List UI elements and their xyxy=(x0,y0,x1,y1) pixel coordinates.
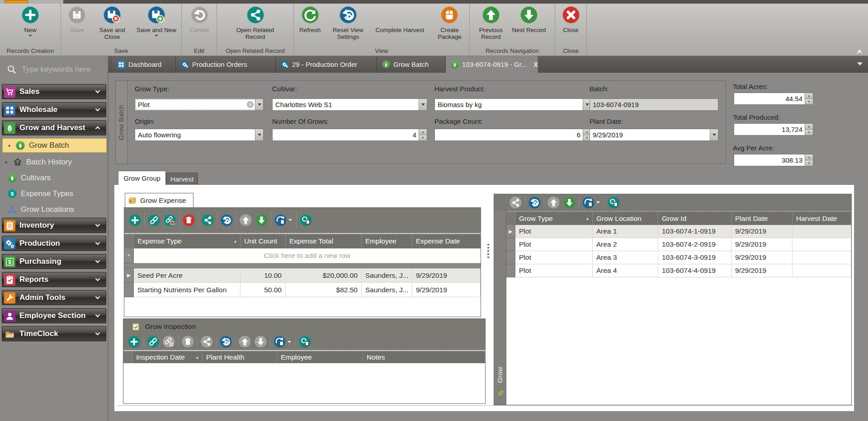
new-button[interactable]: New xyxy=(12,5,48,37)
share-button[interactable] xyxy=(202,214,214,226)
field-cultivar[interactable]: Charlottes Web S1 xyxy=(272,98,427,111)
arrow-up-button[interactable] xyxy=(240,214,252,226)
column-header-expense-type[interactable]: Expense Type▲ xyxy=(134,234,241,248)
column-header-inspection-date[interactable]: Inspection Date▲ xyxy=(132,351,203,363)
reset-view-settings-button[interactable]: Reset View Settings xyxy=(326,5,370,40)
sidebar-search-input[interactable]: Type keywords here xyxy=(0,62,108,77)
sidebar-item-grow-batch[interactable]: ▾Grow Batch xyxy=(2,138,107,153)
copy-button[interactable] xyxy=(274,336,286,348)
field-total-produced[interactable]: 13,724▲▼ xyxy=(734,123,813,136)
create-package-button[interactable]: Create Package xyxy=(430,5,469,40)
save-and-new-button[interactable]: Save and New xyxy=(133,5,180,40)
doc-tab-29-production-order[interactable]: 29 - Production Order xyxy=(276,56,377,73)
arrow-down-button[interactable] xyxy=(255,214,268,226)
field-package-count[interactable]: 6▲▼ xyxy=(434,129,591,141)
share-button[interactable] xyxy=(201,336,213,348)
cell[interactable]: Area 4 xyxy=(593,264,658,277)
column-header-plant-health[interactable]: Plant Health xyxy=(203,351,277,363)
column-header-expense-total[interactable]: Expense Total xyxy=(286,234,362,248)
spinner-buttons[interactable]: ▲▼ xyxy=(805,154,813,166)
column-header-expense-date[interactable]: Expense Date xyxy=(412,234,481,248)
field-number-of-grows[interactable]: 4▲▼ xyxy=(272,129,427,141)
sidebar-item-batch-history[interactable]: ▸Batch History xyxy=(0,154,108,169)
table-row[interactable]: PlotArea 3103-6074-3-09199/29/2019 xyxy=(506,251,851,264)
field-total-acres[interactable]: 44.54▲▼ xyxy=(734,93,813,105)
cell[interactable]: Seed Per Acre xyxy=(134,268,241,283)
cell[interactable]: $20,000.00 xyxy=(286,268,362,283)
field-batch[interactable]: 103-6074-0919 xyxy=(590,98,718,111)
panel-splitter[interactable] xyxy=(487,243,490,258)
table-row[interactable]: PlotArea 2103-6074-2-09199/29/2019 xyxy=(506,238,851,251)
field-origin[interactable]: Auto flowering xyxy=(135,129,264,141)
add-new-row[interactable]: *Click here to add a new row xyxy=(124,248,481,263)
sidebar-group-grow-and-harvest[interactable]: Grow and Harvest xyxy=(2,120,106,136)
refresh-button[interactable]: Refresh xyxy=(294,5,326,40)
dropdown-arrow-icon[interactable] xyxy=(596,201,600,203)
cell[interactable]: Plot xyxy=(515,251,593,264)
find-button[interactable] xyxy=(300,214,312,226)
table-row[interactable]: ▶Seed Per Acre10.00$20,000.00Saunders, J… xyxy=(124,268,481,283)
cell[interactable]: Plot xyxy=(515,225,593,238)
spinner-buttons[interactable]: ▲▼ xyxy=(805,124,813,135)
doc-tab-dashboard[interactable]: Dashboard xyxy=(112,56,176,73)
cancel-button[interactable]: Cancel xyxy=(183,5,216,33)
resetview-button[interactable] xyxy=(220,336,232,348)
plus-button[interactable] xyxy=(129,214,141,226)
doc-tab-production-orders[interactable]: Production Orders xyxy=(176,56,276,73)
doc-tab-103-6074-0919-gr-[interactable]: 103-6074-0919 - Gr...X xyxy=(446,56,538,73)
cell[interactable]: Saunders, J... xyxy=(362,268,412,283)
sidebar-group-timeclock[interactable]: TimeClock xyxy=(2,326,106,341)
field-plant-date[interactable]: 9/29/2019 xyxy=(590,129,718,141)
cell[interactable]: Plot xyxy=(515,238,593,251)
cell[interactable]: Area 1 xyxy=(593,225,658,238)
cell[interactable]: 10.00 xyxy=(241,268,286,283)
ribbon-collapse-icon[interactable] xyxy=(856,47,863,52)
cell[interactable]: $82.50 xyxy=(286,283,362,297)
copy-button[interactable] xyxy=(274,214,287,226)
spinner-buttons[interactable]: ▲▼ xyxy=(805,93,813,104)
cell[interactable] xyxy=(793,251,851,264)
cell[interactable]: Saunders, J... xyxy=(362,283,412,297)
sidebar-group-inventory[interactable]: Inventory xyxy=(2,218,106,233)
sidebar-group-reports[interactable]: Reports xyxy=(2,272,106,287)
cell[interactable] xyxy=(793,264,851,277)
cell[interactable]: 103-6074-2-0919 xyxy=(658,238,731,251)
cell[interactable]: Starting Nutrients Per Gallon xyxy=(134,283,241,297)
complete-harvest-button[interactable]: Complete Harvest xyxy=(370,5,430,40)
arrow-up-button[interactable] xyxy=(239,336,251,348)
trash-button[interactable] xyxy=(183,214,195,226)
table-row[interactable]: ▶PlotArea 1103-6074-1-09199/29/2019 xyxy=(506,225,851,238)
linkdel-button[interactable] xyxy=(164,214,176,226)
dropdown-button[interactable] xyxy=(419,99,427,110)
sidebar-item-grow-locations[interactable]: Grow Locations xyxy=(0,202,108,217)
spinner-buttons[interactable]: ▲▼ xyxy=(419,129,427,140)
trash-button[interactable] xyxy=(182,336,194,348)
sidebar-item-expense-types[interactable]: $Expense Types xyxy=(0,186,108,201)
table-row[interactable]: Starting Nutrients Per Gallon50.00$82.50… xyxy=(124,283,481,297)
column-header-unit-count[interactable]: Unit Count xyxy=(241,234,286,248)
previous-record-button[interactable]: Previous Record xyxy=(474,5,508,40)
copy-button[interactable] xyxy=(582,196,594,209)
cell[interactable]: 9/29/2019 xyxy=(412,283,481,297)
sidebar-item-cultivars[interactable]: Cultivars xyxy=(0,170,108,185)
find-button[interactable] xyxy=(608,196,620,209)
close-button[interactable]: Close xyxy=(556,5,586,33)
grow-expense-tab[interactable]: $Grow Expense xyxy=(125,193,193,207)
expander-down-icon[interactable]: ▾ xyxy=(8,143,14,148)
expander-right-icon[interactable]: ▸ xyxy=(5,159,11,164)
cell[interactable]: 9/29/2019 xyxy=(412,268,481,283)
cell[interactable]: Plot xyxy=(515,264,593,277)
dropdown-button[interactable] xyxy=(710,129,718,140)
tab-close-icon[interactable]: X xyxy=(533,61,538,68)
field-harvest-product[interactable]: Biomass by kg xyxy=(434,98,591,111)
cell[interactable]: 103-6074-3-0919 xyxy=(658,251,731,264)
tab-overflow-dropdown-icon[interactable] xyxy=(857,62,863,65)
tab-harvest[interactable]: Harvest xyxy=(166,173,198,185)
sidebar-group-purchasing[interactable]: $Purchasing xyxy=(2,254,106,269)
resetview-button[interactable] xyxy=(528,196,541,209)
save-and-close-button[interactable]: Save and Close xyxy=(91,5,133,40)
cell[interactable]: 9/29/2019 xyxy=(731,238,793,251)
sidebar-group-employee-section[interactable]: Employee Section xyxy=(2,308,106,323)
cell[interactable]: 9/29/2019 xyxy=(731,264,793,277)
table-row[interactable]: PlotArea 4103-6074-4-09199/29/2019 xyxy=(506,264,851,277)
